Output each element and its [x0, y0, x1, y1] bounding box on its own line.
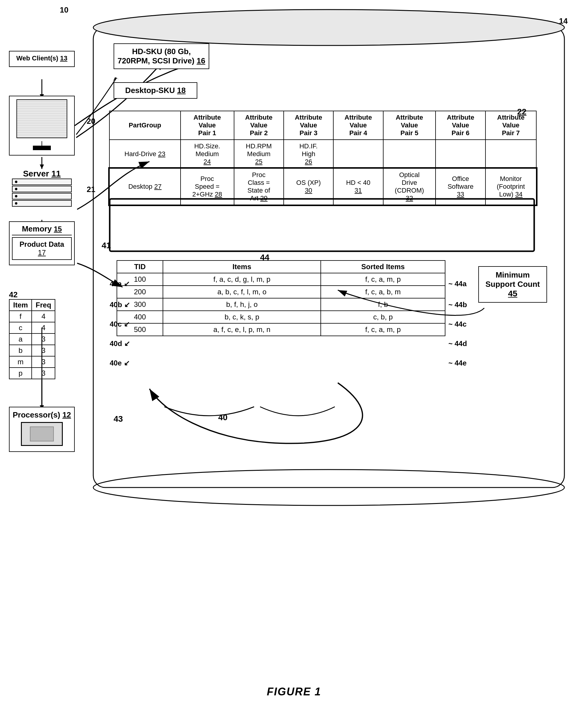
- web-client-number: 13: [60, 55, 67, 62]
- trans-row-40c: 300 b, f, h, j, o f, b: [117, 298, 445, 311]
- svg-point-2: [93, 470, 564, 506]
- avp3-desktop: OS (XP)30: [284, 168, 333, 205]
- col-avp5: AttributeValuePair 5: [383, 111, 436, 140]
- trans-row-40d: 400 b, c, k, s, p c, b, p: [117, 311, 445, 323]
- processors-box: Processor(s) 12: [9, 407, 75, 452]
- partgroup-desktop: Desktop 27: [109, 168, 181, 205]
- svg-marker-6: [40, 164, 44, 169]
- figure-title: FIGURE 1: [267, 686, 321, 698]
- item-p: p: [9, 368, 32, 379]
- web-client-box: Web Client(s) 13: [9, 51, 75, 67]
- freq-3c: 3: [32, 356, 55, 368]
- col-avp6: AttributeValuePair 6: [436, 111, 485, 140]
- dsku-box: Desktop-SKU 18: [113, 82, 197, 99]
- min-support-box: Minimum Support Count 45: [478, 266, 547, 303]
- col-item: Item: [9, 300, 32, 311]
- col-avp3: AttributeValuePair 3: [284, 111, 333, 140]
- sorted-label-44a: ~ 44a: [448, 280, 467, 288]
- label-21: 21: [87, 185, 96, 194]
- row-label-40d: 40d ↙: [110, 340, 130, 348]
- label-43: 43: [113, 414, 123, 424]
- table-row: p 3: [9, 368, 55, 379]
- min-support-number: 45: [508, 289, 517, 298]
- col-avp4: AttributeValuePair 4: [333, 111, 383, 140]
- col-freq: Freq: [32, 300, 55, 311]
- partgroup-harddrive: Hard-Drive 23: [109, 140, 181, 168]
- sorted-100: f, c, a, m, p: [321, 273, 445, 286]
- trans-row-40a: 100 f, a, c, d, g, l, m, p f, c, a, m, p: [117, 273, 445, 286]
- col-partgroup: PartGroup: [109, 111, 181, 140]
- avp7-desktop: Monitor(FootprintLow) 34: [485, 168, 536, 205]
- freq-4b: 4: [32, 322, 55, 333]
- avp5-harddrive: [383, 140, 436, 168]
- avp2-harddrive: HD.RPMMedium25: [234, 140, 284, 168]
- avp1-harddrive: HD.Size.Medium24: [181, 140, 234, 168]
- avp7-harddrive: [485, 140, 536, 168]
- web-client-label: Web Client(s): [17, 55, 58, 62]
- monitor-screen: [17, 99, 67, 138]
- item-f: f: [9, 311, 32, 322]
- item-freq-table: Item Freq f 4 c 4 a 3 b 3 m 3: [9, 299, 55, 379]
- label-41: 41: [102, 241, 111, 250]
- min-support-label: Minimum Support Count: [485, 270, 540, 289]
- row-label-40e: 40e ↙: [110, 359, 130, 367]
- col-tid: TID: [117, 261, 163, 273]
- hdsku-box: HD-SKU (80 Gb, 720RPM, SCSI Drive) 16: [113, 43, 209, 69]
- server-graphic: [9, 178, 75, 214]
- col-avp7: AttributeValuePair 7: [485, 111, 536, 140]
- svg-rect-15: [110, 199, 534, 251]
- items-300: b, f, h, j, o: [163, 298, 321, 311]
- avp3-harddrive: HD.IF.High26: [284, 140, 333, 168]
- sorted-label-44c: ~ 44c: [448, 320, 467, 328]
- sorted-label-44e: ~ 44e: [448, 359, 467, 367]
- sorted-label-44b: ~ 44b: [448, 301, 467, 309]
- server-unit-2: [12, 186, 72, 192]
- product-data-box: Product Data 17: [12, 237, 72, 260]
- items-100: f, a, c, d, g, l, m, p: [163, 273, 321, 286]
- sorted-200: f, c, a, b, m: [321, 286, 445, 298]
- label-10: 10: [60, 5, 68, 15]
- avp4-desktop: HD < 4031: [333, 168, 383, 205]
- freq-3b: 3: [32, 345, 55, 356]
- item-a: a: [9, 333, 32, 345]
- freq-3a: 3: [32, 333, 55, 345]
- item-c: c: [9, 322, 32, 333]
- col-sorted: Sorted Items: [321, 261, 445, 273]
- item-freq-label-42: 42: [9, 290, 18, 300]
- row-label-40a: 40a ↙: [110, 280, 130, 288]
- sorted-500: f, c, a, m, p: [321, 323, 445, 336]
- sorted-label-44d: ~ 44d: [448, 340, 467, 348]
- server-unit-4: [12, 200, 72, 207]
- diagram: 10 14 Web Client(s) 13 Server 11 Memory …: [0, 0, 588, 716]
- sorted-300: f, b: [321, 298, 445, 311]
- arrows-overlay: [0, 0, 588, 716]
- monitor-base: [33, 146, 51, 150]
- item-m: m: [9, 356, 32, 368]
- freq-4a: 4: [32, 311, 55, 322]
- server-unit-1: [12, 179, 72, 185]
- product-data-number: 17: [15, 248, 69, 257]
- table-row: f 4: [9, 311, 55, 322]
- freq-3d: 3: [32, 368, 55, 379]
- processors-label: Processor(s) 12: [13, 410, 71, 420]
- memory-title: Memory 15: [12, 224, 72, 236]
- attr-table: PartGroup AttributeValuePair 1 Attribute…: [109, 111, 537, 205]
- table-row: a 3: [9, 333, 55, 345]
- table-row: m 3: [9, 356, 55, 368]
- items-200: a, b, c, f, l, m, o: [163, 286, 321, 298]
- monitor-stand: [42, 141, 42, 146]
- server-label: Server 11: [9, 169, 75, 179]
- items-400: b, c, k, s, p: [163, 311, 321, 323]
- memory-box: Memory 15 Product Data 17: [9, 221, 75, 265]
- dsku-text: Desktop-SKU 18: [117, 86, 194, 95]
- attr-table-container: PartGroup AttributeValuePair 1 Attribute…: [109, 111, 537, 205]
- trans-row-40e: 500 a, f, c, e, l, p, m, n f, c, a, m, p: [117, 323, 445, 336]
- label-40: 40: [218, 413, 228, 422]
- table-row: b 3: [9, 345, 55, 356]
- label-20: 20: [87, 117, 96, 126]
- trans-row-40b: 200 a, b, c, f, l, m, o f, c, a, b, m: [117, 286, 445, 298]
- desktop-row: Desktop 27 ProcSpeed =2+GHz 28 ProcClass…: [109, 168, 536, 205]
- label-14: 14: [559, 17, 568, 26]
- table-row: c 4: [9, 322, 55, 333]
- product-data-title: Product Data: [15, 240, 69, 248]
